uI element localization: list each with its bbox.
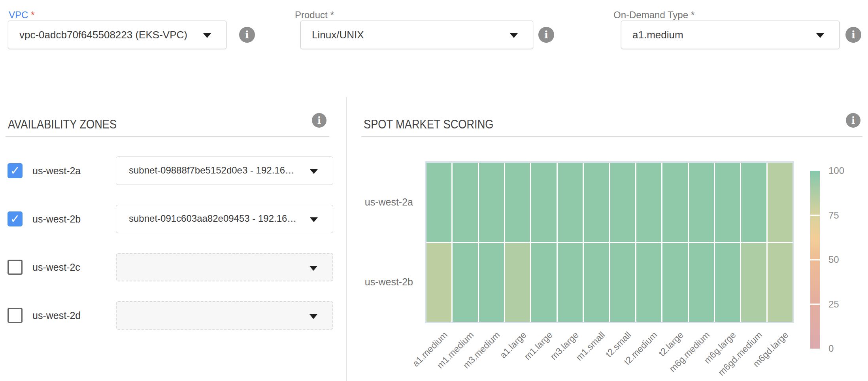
required-asterisk: * <box>691 9 694 20</box>
on-demand-type-label: On-Demand Type* <box>613 9 694 21</box>
heatmap-cell <box>636 243 661 322</box>
az-checkbox-us-west-2b[interactable]: ✓ <box>8 211 23 226</box>
heatmap-cell <box>741 243 766 322</box>
availability-zones-info-icon[interactable]: i <box>312 113 326 128</box>
heatmap-cell <box>662 243 687 322</box>
vpc-info-icon[interactable]: i <box>239 27 255 43</box>
heatmap-cell <box>531 163 556 242</box>
heatmap-cell <box>610 163 635 242</box>
legend-separator <box>810 259 820 260</box>
vpc-select-value: vpc-0adcb70f645508223 (EKS-VPC) <box>19 21 187 49</box>
heatmap-cell <box>558 163 583 242</box>
chevron-down-icon <box>816 33 824 38</box>
legend-separator <box>810 215 820 216</box>
heatmap-cell <box>558 243 583 322</box>
az-zone-label: us-west-2a <box>32 157 81 185</box>
heatmap-column-label: m1.small <box>574 330 607 363</box>
product-label: Product* <box>295 9 334 21</box>
on-demand-type-select-value: a1.medium <box>632 21 683 49</box>
spot-market-scoring-info-icon[interactable]: i <box>846 113 860 128</box>
heatmap-cell <box>768 243 793 322</box>
az-checkbox-us-west-2d[interactable]: ✓ <box>8 308 23 323</box>
spot-market-scoring-title: SPOT MARKET SCORING <box>364 117 516 132</box>
heatmap-cell <box>426 243 451 322</box>
heatmap-row-label: us-west-2b <box>312 276 413 288</box>
legend-tick-label: 0 <box>828 343 860 354</box>
subnet-select-us-west-2a[interactable]: subnet-09888f7be5152d0e3 - 192.168… <box>116 157 333 185</box>
subnet-select-value: subnet-091c603aa82e09453 - 192.168… <box>129 205 299 232</box>
heatmap-cell <box>715 243 740 322</box>
required-asterisk: * <box>31 9 34 20</box>
az-row-us-west-2d: ✓ us-west-2d <box>0 301 347 330</box>
legend-tick-label: 100 <box>828 165 860 176</box>
heatmap-cell <box>453 243 477 322</box>
heatmap-cell <box>689 163 714 242</box>
legend-separator <box>810 304 820 305</box>
legend-tick-label: 75 <box>828 210 860 221</box>
heatmap-cell <box>479 243 504 322</box>
product-select-value: Linux/UNIX <box>312 21 364 49</box>
heatmap-cell <box>426 163 451 242</box>
heatmap-cell <box>662 163 687 242</box>
subnet-select-us-west-2c[interactable] <box>116 253 333 281</box>
az-checkbox-us-west-2c[interactable]: ✓ <box>8 260 23 275</box>
checkmark-icon: ✓ <box>8 163 23 178</box>
on-demand-type-info-icon[interactable]: i <box>845 27 861 43</box>
subnet-select-us-west-2b[interactable]: subnet-091c603aa82e09453 - 192.168… <box>116 205 333 233</box>
heatmap-cell <box>505 243 530 322</box>
heatmap-cell <box>505 163 530 242</box>
vpc-label: VPC* <box>9 9 35 21</box>
chevron-down-icon <box>310 217 318 222</box>
checkmark-icon: ✓ <box>8 211 23 226</box>
product-select[interactable]: Linux/UNIX <box>300 21 533 49</box>
heatmap-cell <box>689 243 714 322</box>
heatmap-cell <box>741 163 766 242</box>
heatmap-cell <box>610 243 635 322</box>
heatmap-row-label: us-west-2a <box>312 196 413 208</box>
az-checkbox-us-west-2a[interactable]: ✓ <box>8 163 23 178</box>
az-row-us-west-2c: ✓ us-west-2c <box>0 253 347 281</box>
spot-market-scoring-divider <box>361 136 862 137</box>
heatmap-cell <box>479 163 504 242</box>
spot-market-heatmap <box>425 161 794 323</box>
product-info-icon[interactable]: i <box>538 27 554 43</box>
legend-tick-label: 50 <box>828 254 860 265</box>
az-zone-label: us-west-2b <box>32 205 81 233</box>
on-demand-type-select[interactable]: a1.medium <box>621 21 840 49</box>
spot-configuration-page: VPC* vpc-0adcb70f645508223 (EKS-VPC) i P… <box>0 0 868 381</box>
required-asterisk: * <box>330 9 334 20</box>
heatmap-cell <box>584 243 609 322</box>
chevron-down-icon <box>310 169 318 174</box>
legend-tick-label: 25 <box>828 299 860 310</box>
panel-vertical-divider <box>346 97 347 381</box>
az-zone-label: us-west-2d <box>32 301 81 330</box>
az-row-us-west-2a: ✓ us-west-2a subnet-09888f7be5152d0e3 - … <box>0 157 347 185</box>
subnet-select-value: subnet-09888f7be5152d0e3 - 192.168… <box>129 157 299 184</box>
availability-zones-title: AVAILABILITY ZONES <box>8 117 136 132</box>
vpc-select[interactable]: vpc-0adcb70f645508223 (EKS-VPC) <box>8 21 226 49</box>
heatmap-cell <box>768 163 793 242</box>
chevron-down-icon <box>203 33 211 38</box>
az-row-us-west-2b: ✓ us-west-2b subnet-091c603aa82e09453 - … <box>0 205 347 233</box>
heatmap-cell <box>453 163 477 242</box>
az-zone-label: us-west-2c <box>32 253 80 281</box>
availability-zones-divider <box>6 136 329 137</box>
heatmap-column-label: m1.large <box>522 330 555 362</box>
chevron-down-icon <box>309 266 317 271</box>
heatmap-cell <box>584 163 609 242</box>
chevron-down-icon <box>510 33 518 38</box>
heatmap-cell <box>636 163 661 242</box>
chevron-down-icon <box>309 314 317 319</box>
subnet-select-us-west-2d[interactable] <box>116 301 333 330</box>
heatmap-cell <box>715 163 740 242</box>
heatmap-cell <box>531 243 556 322</box>
